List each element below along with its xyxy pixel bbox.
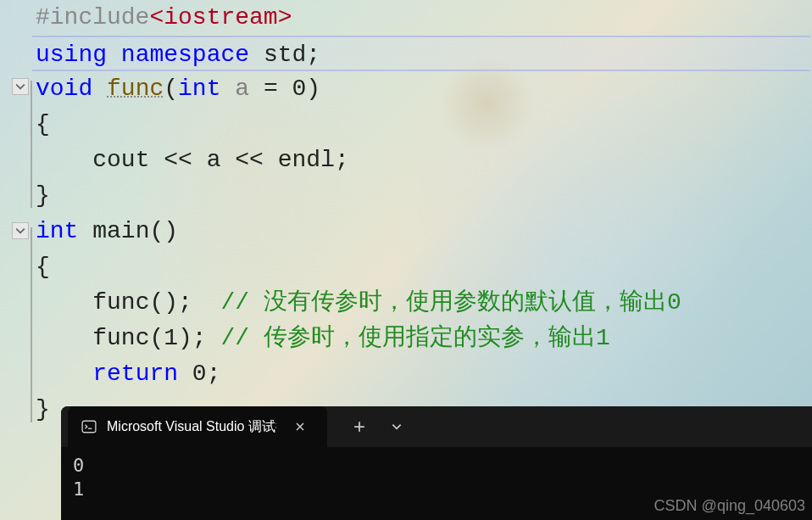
brace-token: } [36, 396, 50, 422]
editor-gutter [0, 0, 32, 424]
punct-token: (1); [149, 325, 206, 351]
keyword-token: return [92, 361, 178, 387]
keyword-token: using [36, 42, 107, 68]
terminal-icon [80, 417, 98, 436]
number-token: 0 [292, 75, 307, 102]
punct-token: ; [306, 42, 320, 68]
type-token: int [36, 218, 78, 244]
svg-rect-0 [82, 421, 96, 433]
operator-token: << [164, 147, 192, 173]
identifier-token: cout [92, 147, 149, 173]
new-tab-button[interactable] [344, 411, 375, 442]
code-line[interactable]: func(1); // 传参时，使用指定的实参，输出1 [32, 321, 812, 356]
identifier-token: a [207, 147, 221, 173]
whitespace [207, 325, 221, 351]
function-name: main [92, 218, 149, 244]
punct-token: ( [164, 75, 178, 102]
preprocessor-token: #include [36, 4, 149, 31]
keyword-token: namespace [121, 42, 249, 68]
indent [36, 147, 92, 173]
terminal-tabbar: Microsoft Visual Studio 调试控 [61, 406, 812, 447]
code-line[interactable]: { [32, 107, 812, 143]
include-header: <iostream> [149, 4, 292, 31]
code-line[interactable]: { [32, 249, 812, 285]
code-line-highlighted[interactable]: using namespace std; [32, 36, 810, 71]
close-icon[interactable] [285, 411, 315, 442]
indent [36, 361, 92, 387]
type-token: int [178, 75, 220, 102]
number-token: 0 [192, 361, 207, 387]
comment-token: // 传参时，使用指定的实参，输出1 [220, 325, 609, 351]
terminal-tab[interactable]: Microsoft Visual Studio 调试控 [68, 406, 327, 447]
terminal-tab-label: Microsoft Visual Studio 调试控 [107, 418, 276, 436]
function-call: func [92, 289, 149, 316]
punct-token: ; [335, 147, 349, 173]
punct-token: () [149, 218, 178, 244]
code-line[interactable]: return 0; [32, 356, 812, 392]
output-line: 0 [73, 454, 800, 478]
code-line[interactable]: cout << a << endl; [32, 143, 812, 178]
tab-dropdown-button[interactable] [381, 411, 412, 442]
code-line[interactable]: } [32, 178, 812, 214]
param-token: a [235, 75, 249, 102]
function-name: func [107, 75, 164, 102]
function-call: func [92, 325, 149, 351]
punct-token: = [264, 75, 278, 102]
brace-token: { [36, 254, 50, 280]
code-area[interactable]: #include<iostream> using namespace std; … [32, 0, 812, 424]
punct-token: ; [207, 361, 221, 387]
brace-token: { [36, 111, 50, 137]
comment-token: // 没有传参时，使用参数的默认值，输出0 [220, 289, 681, 316]
whitespace [192, 289, 221, 316]
watermark-text: CSDN @qing_040603 [654, 497, 805, 515]
punct-token: (); [149, 289, 192, 316]
brace-token: } [36, 182, 50, 209]
code-line[interactable]: func(); // 没有传参时，使用参数的默认值，输出0 [32, 285, 812, 321]
indent [36, 325, 92, 351]
punct-token: ) [306, 75, 320, 102]
identifier-token: std [264, 42, 306, 68]
identifier-token: endl [278, 147, 335, 173]
operator-token: << [235, 147, 264, 173]
code-editor[interactable]: #include<iostream> using namespace std; … [0, 0, 812, 424]
code-line[interactable]: int main() [32, 214, 812, 249]
code-line[interactable]: #include<iostream> [32, 0, 812, 36]
indent [36, 289, 92, 316]
code-line[interactable]: void func(int a = 0) [32, 71, 812, 107]
keyword-token: void [36, 75, 92, 102]
fold-toggle-main[interactable] [12, 222, 29, 239]
fold-toggle-func[interactable] [12, 78, 29, 95]
